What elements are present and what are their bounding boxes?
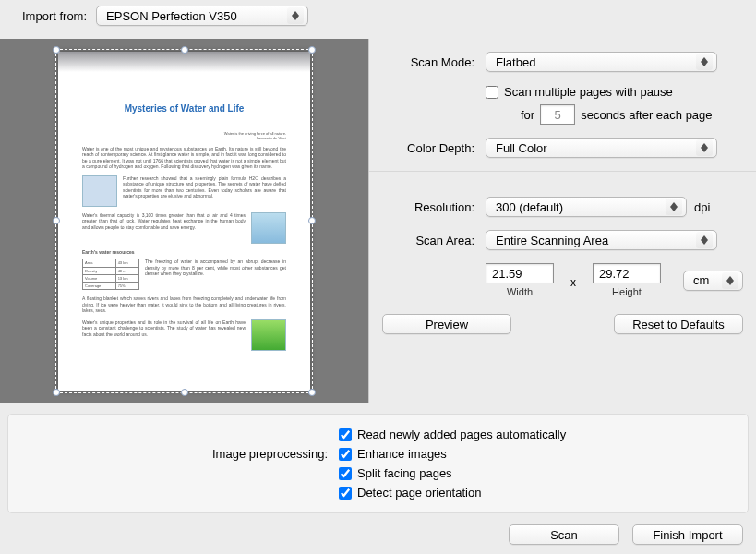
scan-area-select[interactable]: Entire Scanning Area [486,230,717,250]
resize-handle-ml[interactable] [53,217,60,224]
svg-marker-3 [701,62,708,66]
detect-orientation-label: Detect page orientation [357,486,481,500]
resize-handle-bl[interactable] [53,389,60,396]
reset-defaults-button[interactable]: Reset to Defaults [614,314,743,334]
preview-pane[interactable]: Mysteries of Water and Life Water is the… [0,39,368,403]
read-newly-checkbox[interactable] [339,428,352,441]
split-pages-label: Split facing pages [357,466,452,480]
import-from-label: Import from: [22,9,87,23]
color-depth-value: Full Color [496,141,547,155]
color-depth-select[interactable]: Full Color [486,138,717,158]
updown-arrows-icon [666,199,682,215]
updown-arrows-icon [696,232,713,248]
scan-area-value: Entire Scanning Area [496,234,608,247]
resize-handle-tm[interactable] [181,46,188,54]
svg-marker-9 [701,240,708,245]
scan-area-label: Scan Area: [382,234,474,247]
dpi-label: dpi [694,200,710,214]
resize-handle-tl[interactable] [53,46,60,54]
updown-arrows-icon [287,7,304,24]
resize-handle-mr[interactable] [308,217,316,224]
enhance-images-checkbox[interactable] [339,448,352,461]
svg-marker-1 [292,16,299,20]
svg-marker-11 [726,281,734,285]
resolution-select[interactable]: 300 (default) [486,197,687,217]
doc-title: Mysteries of Water and Life [82,102,286,114]
scan-button[interactable]: Scan [509,524,619,545]
resolution-label: Resolution: [382,200,474,214]
multipage-checkbox[interactable] [486,86,498,99]
scanned-document-preview: Mysteries of Water and Life Water is the… [58,52,310,391]
scan-mode-select[interactable]: Flatbed [486,52,717,72]
detect-orientation-checkbox[interactable] [339,487,352,500]
updown-arrows-icon [722,272,738,289]
height-caption: Height [612,286,642,297]
unit-select[interactable]: cm [683,271,743,291]
scanner-select-value: EPSON Perfection V350 [106,9,237,23]
resize-handle-br[interactable] [308,389,316,396]
image-preprocessing-label: Image preprocessing: [21,447,328,461]
resolution-value: 300 (default) [496,200,563,214]
width-caption: Width [507,286,533,297]
multipage-label: Scan multiple pages with pause [504,85,673,99]
unit-value: cm [693,273,709,287]
seconds-after-label: seconds after each page [581,108,712,122]
pause-seconds-input[interactable] [540,104,575,125]
updown-arrows-icon [696,54,713,70]
updown-arrows-icon [696,139,713,156]
width-input[interactable] [486,263,554,283]
finish-import-button[interactable]: Finish Import [632,524,743,545]
scanner-select[interactable]: EPSON Perfection V350 [96,6,308,26]
svg-marker-7 [670,207,678,211]
read-newly-label: Read newly added pages automatically [357,428,566,441]
resize-handle-bm[interactable] [181,389,188,396]
scan-mode-label: Scan Mode: [382,55,474,69]
color-depth-label: Color Depth: [382,141,474,155]
enhance-images-label: Enhance images [357,447,447,461]
height-input[interactable] [593,263,661,283]
split-pages-checkbox[interactable] [339,467,352,480]
preview-button[interactable]: Preview [382,314,511,334]
resize-handle-tr[interactable] [308,46,316,54]
for-label: for [521,108,534,122]
scan-mode-value: Flatbed [496,55,535,69]
svg-marker-5 [701,148,708,152]
x-separator: x [561,272,585,289]
